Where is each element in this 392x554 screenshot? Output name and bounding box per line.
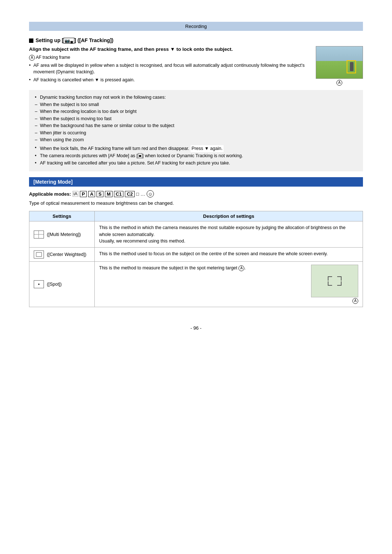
info-camera-records: The camera records pictures with [AF Mod… <box>35 153 357 159</box>
info-lock-fail: When the lock fails, the AF tracking fra… <box>35 145 357 152</box>
multi-metering-desc: This is the method in which the camera m… <box>95 221 363 247</box>
sky-bg <box>316 46 363 61</box>
col-description-header: Description of settings <box>95 211 363 221</box>
spot-center-dot <box>38 284 40 285</box>
multi-metering-icon <box>34 231 44 239</box>
multi-metering-label: ([Multi Metering]) <box>47 232 81 237</box>
spot-bracket-tr <box>337 276 342 281</box>
af-track-frame-text: AF tracking frame <box>36 55 70 60</box>
spot-circle-a: A <box>238 265 244 271</box>
spot-bg <box>311 265 358 297</box>
spot-bracket-tl <box>328 276 332 281</box>
info-dash-4: When the background has the same or simi… <box>35 123 357 129</box>
mode-icon-ia: iA <box>73 191 79 197</box>
spot-description-text: This is the method to measure the subjec… <box>99 265 304 271</box>
af-section-title: Setting up [📷▣] ([AF Tracking]) <box>29 37 363 44</box>
mode-box-C1: C1 <box>114 191 124 197</box>
page-number: - 96 - <box>29 325 363 331</box>
metering-section-title: [Metering Mode] <box>29 177 363 187</box>
af-tracking-image: A <box>316 46 363 86</box>
metering-description: Type of optical measurement to measure b… <box>29 200 363 206</box>
info-intro: Dynamic tracking function may not work i… <box>35 94 357 101</box>
af-bold-instruction: Align the subject with the AF tracking f… <box>29 46 309 53</box>
center-weighted-desc: This is the method used to focus on the … <box>95 247 363 261</box>
mode-box-S: S <box>97 191 103 197</box>
af-bullet-2: AF tracking is cancelled when ▼ is press… <box>29 77 309 83</box>
af-bullets: AF area will be displayed in yellow when… <box>29 62 309 83</box>
info-dash-2: When the recording location is too dark … <box>35 109 357 115</box>
circle-a-label: A <box>29 55 35 61</box>
tracking-box <box>347 60 356 73</box>
press-down-line: Press ▼ again. <box>191 145 224 152</box>
mode-separator: □ <box>136 191 139 197</box>
multi-metering-icon-cell: ([Multi Metering]) <box>29 221 95 247</box>
settings-table: Settings Description of settings <box>29 211 363 307</box>
info-dash-1: When the subject is too small <box>35 102 357 108</box>
mode-box-A: A <box>88 191 95 197</box>
af-main-text: Align the subject with the AF tracking f… <box>29 46 309 86</box>
af-track-frame-label: A AF tracking frame <box>29 55 309 61</box>
center-weighted-icon <box>34 250 44 258</box>
spot-bracket-br <box>337 281 342 286</box>
spot-image-container: A <box>311 265 358 304</box>
applicable-modes-label: Applicable modes: <box>29 191 71 197</box>
center-weighted-label: ([Center Weighted]) <box>47 252 86 257</box>
page-header: Recording <box>29 22 363 31</box>
af-section-title-text: Setting up [📷▣] ([AF Tracking]) <box>36 37 113 44</box>
mode-box-P: P <box>80 191 87 197</box>
info-af-cancelled: AF tracking will be cancelled after you … <box>35 160 357 167</box>
spot-desc-cell: This is the method to measure the subjec… <box>95 261 363 307</box>
mode-box-C2: C2 <box>125 191 135 197</box>
table-row-multi: ([Multi Metering]) This is the method in… <box>29 221 363 247</box>
mode-circle-smile: ☺ <box>147 190 154 197</box>
spot-image-circle-label: A <box>311 298 358 304</box>
mode-box-M: M <box>105 191 113 197</box>
info-dash-6: When using the zoom <box>35 137 357 143</box>
table-row-center: ([Center Weighted]) This is the method u… <box>29 247 363 261</box>
spot-image <box>311 265 358 297</box>
applicable-modes-line: Applicable modes: iA P A S M C1 C2 □ … ☺ <box>29 190 363 197</box>
metering-title-text: [Metering Mode] <box>33 179 73 185</box>
header-label: Recording <box>185 24 207 29</box>
mode-scn: … <box>140 191 145 197</box>
multi-icon-wrapper: ([Multi Metering]) <box>34 231 90 239</box>
center-icon-wrapper: ([Center Weighted]) <box>34 250 90 258</box>
circle-a-image: A <box>336 80 342 86</box>
info-dash-5: When jitter is occurring <box>35 130 357 137</box>
info-box: Dynamic tracking function may not work i… <box>29 90 363 171</box>
center-weighted-icon-cell: ([Center Weighted]) <box>29 247 95 261</box>
spot-bracket-bl <box>328 281 332 286</box>
af-main-block: Align the subject with the AF tracking f… <box>29 46 363 86</box>
spot-icon-wrapper: ([Spot]) <box>34 280 90 288</box>
af-bullet-1: AF area will be displayed in yellow when… <box>29 62 309 75</box>
spot-icon-cell: ([Spot]) <box>29 261 95 307</box>
col-settings-header: Settings <box>29 211 95 221</box>
image-circle-label: A <box>336 80 342 86</box>
spot-img-circle-a: A <box>352 298 358 304</box>
table-row-spot: ([Spot]) This is the method to measure t… <box>29 261 363 307</box>
black-square-icon <box>29 38 33 43</box>
info-dash-3: When the subject is moving too fast <box>35 116 357 122</box>
spot-desc-container: This is the method to measure the subjec… <box>99 265 358 304</box>
spot-label: ([Spot]) <box>47 282 62 287</box>
metering-section: [Metering Mode] Applicable modes: iA P A… <box>29 177 363 307</box>
af-tracking-section: Setting up [📷▣] ([AF Tracking]) Align th… <box>29 37 363 171</box>
info-list: Dynamic tracking function may not work i… <box>35 94 357 166</box>
spot-metering-icon <box>34 280 44 288</box>
center-inner-rect <box>36 252 42 257</box>
af-tracking-photo <box>316 46 363 79</box>
